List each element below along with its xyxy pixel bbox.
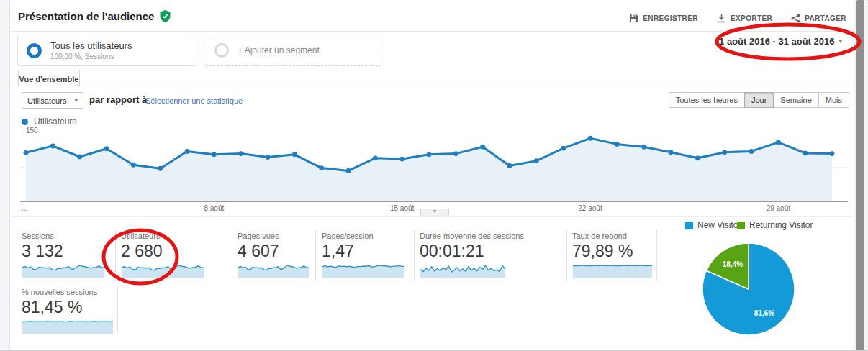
granularity-hourly-button[interactable]: Toutes les heures [669, 92, 745, 108]
verified-shield-check-icon [160, 10, 171, 22]
header-action-bar: ENREGISTRER EXPORTER PARTAGER [629, 14, 846, 23]
timeline-legend: Utilisateurs [22, 117, 76, 127]
compare-label: par rapport à [89, 94, 147, 105]
share-icon [791, 14, 800, 23]
timeline-chart: ...8 août15 août22 août29 août [20, 134, 848, 214]
granularity-button-group: Toutes les heures Jour Semaine Mois [669, 92, 849, 108]
tab-label: Vue d'ensemble [19, 75, 79, 83]
segment-subtitle: 100,00 %, Sessions [50, 53, 132, 60]
metric-value: 81,45 % [22, 298, 114, 316]
card-divider [117, 286, 118, 332]
svg-text:29 août: 29 août [767, 204, 791, 212]
sparkline-taux-rebond [572, 263, 653, 278]
svg-text:18,4%: 18,4% [723, 260, 743, 268]
segment-title: Tous les utilisateurs [50, 40, 132, 51]
add-segment-label: + Ajouter un segment [238, 45, 320, 55]
legend-dot-icon [22, 119, 28, 125]
legend-swatch-icon [685, 222, 693, 229]
select-statistic-link[interactable]: Sélectionner une statistique [145, 96, 243, 105]
card-divider [115, 230, 116, 281]
metric-card-utilisateurs: Utilisateurs 2 680 [121, 232, 204, 278]
metric-value: 4 607 [238, 242, 309, 260]
export-button-label: EXPORTER [731, 14, 772, 22]
metric-value: 2 680 [121, 242, 204, 260]
add-segment-button[interactable]: + Ajouter un segment [204, 35, 381, 66]
audience-overview-page: Présentation de l'audience ENREGISTRER E… [0, 0, 868, 351]
sparkline-sessions [22, 263, 105, 278]
scrollbar-thumb[interactable] [856, 0, 864, 351]
chart-section-divider [9, 216, 854, 217]
share-button-label: PARTAGER [805, 14, 846, 22]
page-title-text: Présentation de l'audience [18, 10, 154, 22]
metric-card-sessions: Sessions 3 132 [22, 232, 105, 278]
chevron-down-icon [838, 38, 842, 45]
pie-chart: 81,6%18,4% [700, 240, 797, 338]
segment-donut-icon [27, 43, 42, 58]
metric-label: % nouvelles sessions [22, 288, 114, 296]
svg-text:81,6%: 81,6% [754, 309, 774, 317]
timeline-legend-label: Utilisateurs [34, 117, 76, 127]
add-segment-ring-icon [214, 43, 229, 58]
metric-label: Utilisateurs [121, 232, 204, 240]
export-button[interactable]: EXPORTER [717, 14, 772, 23]
metric-card-pages-session: Pages/session 1,47 [322, 232, 405, 278]
tab-row-divider [9, 86, 854, 86]
svg-text:8 août: 8 août [204, 204, 224, 212]
card-divider [232, 230, 232, 281]
metric-label: Taux de rebond [572, 232, 653, 240]
metric-label: Pages vues [238, 232, 309, 240]
chart-collapse-handle[interactable] [420, 209, 449, 216]
save-floppy-icon [629, 14, 638, 23]
granularity-week-button[interactable]: Semaine [773, 92, 818, 108]
pie-legend-label: New Visitor [697, 220, 741, 230]
segment-card-all-users[interactable]: Tous les utilisateurs 100,00 %, Sessions [17, 35, 196, 66]
metric-value: 79,89 % [572, 242, 653, 260]
metric-select-dropdown[interactable]: Utilisateurs [22, 92, 83, 109]
date-range-text: 1 août 2016 - 31 août 2016 [719, 36, 834, 47]
header-divider [9, 31, 854, 32]
svg-text:...: ... [22, 204, 27, 212]
card-divider [656, 230, 657, 281]
sparkline-duree-moyenne [420, 263, 506, 278]
metric-card-nouvelles-sessions: % nouvelles sessions 81,45 % [22, 288, 114, 334]
metric-value: 3 132 [22, 242, 105, 260]
sparkline-nouvelles-sessions [22, 319, 114, 334]
pie-legend-new-visitor: New Visitor [685, 220, 741, 230]
granularity-day-button[interactable]: Jour [744, 92, 774, 108]
pie-legend-label: Returning Visitor [749, 220, 813, 230]
chevron-down-icon [74, 97, 78, 104]
save-button[interactable]: ENREGISTRER [629, 14, 698, 23]
metric-card-duree-moyenne: Durée moyenne des sessions 00:01:21 [420, 232, 524, 278]
metric-label: Durée moyenne des sessions [420, 232, 524, 240]
metric-value: 00:01:21 [420, 242, 524, 260]
card-divider [566, 230, 567, 281]
granularity-month-button[interactable]: Mois [818, 92, 849, 108]
svg-text:15 août: 15 août [390, 204, 415, 212]
save-button-label: ENREGISTRER [643, 14, 698, 22]
download-icon [717, 14, 726, 23]
tab-vue-densemble[interactable]: Vue d'ensemble [18, 70, 80, 87]
sparkline-utilisateurs [121, 263, 204, 278]
date-range-selector[interactable]: 1 août 2016 - 31 août 2016 [719, 36, 842, 47]
metric-card-pages-vues: Pages vues 4 607 [238, 232, 309, 278]
share-button[interactable]: PARTAGER [791, 14, 846, 23]
metric-select-value: Utilisateurs [27, 96, 66, 105]
sparkline-pages-session [322, 263, 405, 278]
svg-text:22 août: 22 août [578, 204, 602, 212]
card-divider [315, 230, 316, 281]
sparkline-pages-vues [238, 263, 309, 278]
pie-legend-returning-visitor: Returning Visitor [737, 220, 813, 230]
metric-label: Sessions [22, 232, 105, 240]
legend-swatch-icon [737, 222, 745, 229]
card-divider [414, 230, 415, 281]
metric-card-taux-rebond: Taux de rebond 79,89 % [572, 232, 653, 278]
metric-value: 1,47 [322, 242, 405, 260]
chevron-down-icon [433, 209, 436, 214]
collapsed-sidebar-strip [0, 0, 10, 351]
page-title: Présentation de l'audience [18, 10, 171, 22]
metric-label: Pages/session [322, 232, 405, 240]
